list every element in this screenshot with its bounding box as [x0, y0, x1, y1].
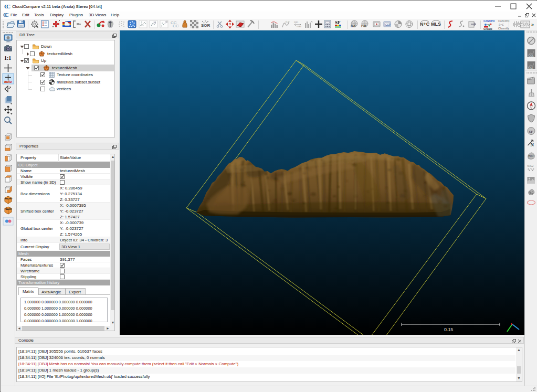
- svg-text:N: N: [531, 142, 534, 147]
- svg-text:HRR: HRR: [529, 155, 534, 157]
- svg-text:CC: CC: [173, 24, 179, 28]
- svg-text:min: min: [294, 20, 298, 24]
- svg-text:FM: FM: [361, 24, 366, 28]
- svg-text:max: max: [297, 25, 302, 28]
- svg-text:CSV: CSV: [385, 23, 391, 26]
- svg-text:N+C: N+C: [420, 22, 430, 27]
- svg-text:SF: SF: [529, 130, 533, 134]
- svg-text:1:1: 1:1: [4, 55, 11, 61]
- svg-text:M3C2: M3C2: [528, 165, 534, 167]
- svg-text:COL: COL: [529, 54, 534, 57]
- svg-text:MLS: MLS: [431, 22, 441, 27]
- svg-text:C: C: [6, 3, 10, 9]
- svg-text:SOR: SOR: [201, 23, 210, 28]
- svg-text:FRONT: FRONT: [5, 197, 13, 200]
- svg-text:R&D: R&D: [529, 192, 534, 194]
- svg-text:auto: auto: [4, 80, 12, 83]
- svg-text:CANUPO: CANUPO: [483, 19, 495, 23]
- svg-text:£≈£: £≈£: [499, 23, 504, 26]
- svg-text:C: C: [5, 12, 9, 18]
- svg-text:0.15: 0.15: [444, 327, 453, 332]
- svg-text:BACK: BACK: [6, 208, 12, 210]
- svg-text:SF: SF: [335, 20, 341, 25]
- svg-text:Kd: Kd: [351, 24, 355, 28]
- svg-text:Classify: Classify: [498, 27, 510, 30]
- svg-text:CANUPO: CANUPO: [498, 19, 510, 23]
- svg-text:»: »: [531, 22, 534, 27]
- svg-text:XYZ: XYZ: [528, 66, 533, 69]
- svg-text:p,o: p,o: [286, 20, 289, 23]
